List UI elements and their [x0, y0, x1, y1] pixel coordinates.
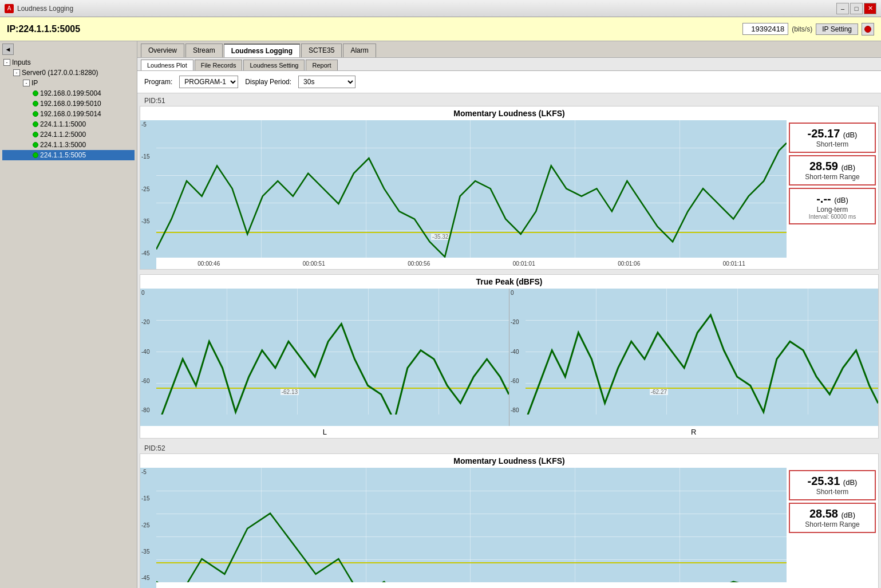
sidebar-item-server[interactable]: - Server0 (127.0.0.1:8280): [2, 68, 135, 78]
pid52-short-term-range-label: Short-term Range: [795, 520, 870, 528]
sub-tab-file-records[interactable]: File Records: [195, 60, 243, 70]
stream-label-2: 192.168.0.199:5010: [40, 100, 101, 108]
stream-label-4: 224.1.1.1:5000: [40, 120, 86, 128]
close-button[interactable]: ✕: [864, 3, 876, 14]
true-peak-right-line: [526, 315, 878, 421]
pid52-metric-short-term: -25.31 (dB) Short-term: [789, 470, 876, 500]
minimize-button[interactable]: –: [836, 3, 849, 14]
charts-container: PID:51 Momentary Loudness (LKFS) -5 -15 …: [137, 93, 881, 588]
pid52-momentary-metrics: -25.31 (dB) Short-term 28.58 (dB) Short-…: [787, 468, 878, 588]
sub-tab-loudness-setting[interactable]: Loudness Setting: [243, 60, 305, 70]
x-label-0046: 00:00:46: [197, 261, 220, 267]
channel-label-L: L: [140, 426, 509, 438]
main-window: IP:224.1.1.5:5005 19392418 (bits/s) IP S…: [0, 17, 881, 588]
sidebar-item-inputs[interactable]: - Inputs: [2, 57, 135, 68]
y-peak-60: -60: [141, 378, 155, 384]
tab-alarm[interactable]: Alarm: [343, 44, 376, 57]
pid51-true-peak-title: True Peak (dBFS): [140, 275, 878, 289]
sidebar-stream-7[interactable]: 224.1.1.5:5005: [2, 150, 135, 160]
pid52-label: PID:52: [140, 443, 879, 453]
x-axis-peak-right: [526, 415, 878, 426]
right-panel: Overview Stream Loudness Logging SCTE35 …: [137, 41, 881, 588]
sidebar-stream-1[interactable]: 192.168.0.199:5004: [2, 88, 135, 98]
y-axis-peak-right: 0 -20 -40 -60 -80: [509, 289, 526, 415]
y-label-5: -45: [141, 250, 155, 256]
pid51-true-peak-right: 0 -20 -40 -60 -80: [509, 289, 878, 426]
y-peak-right-60: -60: [511, 378, 524, 384]
tree-toggle-server[interactable]: -: [13, 69, 20, 76]
maximize-button[interactable]: □: [850, 3, 863, 14]
y-peak-40: -40: [141, 349, 155, 355]
x-axis-peak-left: [156, 415, 509, 426]
record-button[interactable]: [862, 23, 874, 35]
program-label: Program:: [144, 78, 172, 86]
true-peak-left-svg: [156, 289, 509, 426]
pid52-unit-2: (dB): [842, 511, 856, 519]
bitrate-value: 19392418: [742, 23, 788, 35]
metric-short-term-range-label: Short-term Range: [795, 173, 870, 181]
metric-long-term: -.-- (dB) Long-term Interval: 60000 ms: [789, 188, 876, 224]
true-peak-right-svg: [526, 289, 878, 426]
metric-short-term: -25.17 (dB) Short-term: [789, 123, 876, 153]
display-period-label: Display Period:: [245, 78, 291, 86]
tab-scte35[interactable]: SCTE35: [301, 44, 342, 57]
window-title: Loudness Logging: [17, 5, 73, 13]
y-peak-right-20: -20: [511, 319, 524, 325]
pid52-short-term-value: -25.31 (dB): [795, 475, 870, 488]
metric-long-term-value: -.-- (dB): [795, 192, 870, 206]
title-bar-left: A Loudness Logging: [5, 4, 73, 13]
tab-stream[interactable]: Stream: [185, 44, 223, 57]
y-label-4: -35: [141, 218, 155, 224]
program-select[interactable]: PROGRAM-1: [179, 76, 238, 88]
sub-tab-report[interactable]: Report: [306, 60, 337, 70]
tree-toggle-ip[interactable]: -: [23, 80, 30, 86]
tree-toggle-inputs[interactable]: -: [3, 59, 10, 66]
pid51-true-peak-section: True Peak (dBFS) 0 -20 -40 -60 -80: [140, 274, 879, 439]
sidebar-collapse-button[interactable]: ◄: [2, 44, 14, 55]
x-axis-pid52: [156, 582, 787, 588]
sidebar-stream-3[interactable]: 192.168.0.199:5014: [2, 109, 135, 119]
pid51-momentary-loudness-title: Momentary Loudness (LKFS): [140, 106, 878, 120]
y-label-1: -5: [141, 121, 155, 128]
pid51-momentary-loudness-section: Momentary Loudness (LKFS) -5 -15 -25 -35…: [140, 106, 879, 270]
y-pid52-1: -5: [141, 469, 155, 475]
stream-label-7: 224.1.1.5:5005: [40, 151, 86, 159]
y-peak-80: -80: [141, 407, 155, 413]
pid52-momentary-loudness-title: Momentary Loudness (LKFS): [140, 454, 878, 468]
ip-setting-button[interactable]: IP Setting: [816, 23, 858, 35]
stream-label-1: 192.168.0.199:5004: [40, 89, 101, 97]
pid51-true-peak-left: 0 -20 -40 -60 -80: [140, 289, 509, 426]
pid52-short-term-range-value: 28.58 (dB): [795, 507, 870, 520]
main-tab-bar: Overview Stream Loudness Logging SCTE35 …: [137, 41, 881, 58]
metric-unit-2: (dB): [842, 163, 856, 172]
y-label-2: -15: [141, 153, 155, 160]
sub-tab-loudness-plot[interactable]: Loudness Plot: [141, 60, 193, 70]
metric-unit-1: (dB): [843, 131, 858, 139]
display-period-select[interactable]: 30s 60s 5m: [298, 76, 355, 88]
y-pid52-5: -45: [141, 575, 155, 581]
record-icon: [864, 26, 871, 33]
stream-label-3: 192.168.0.199:5014: [40, 110, 101, 118]
pid52-momentary-line: [156, 514, 787, 588]
channel-labels-row: L R: [140, 426, 878, 438]
status-dot-7: [33, 152, 38, 158]
window-controls[interactable]: – □ ✕: [836, 3, 876, 14]
title-bar: A Loudness Logging – □ ✕: [0, 0, 881, 17]
sidebar-item-ip[interactable]: - IP: [2, 78, 135, 88]
sidebar-stream-2[interactable]: 192.168.0.199:5010: [2, 98, 135, 109]
sidebar-stream-5[interactable]: 224.1.1.2:5000: [2, 129, 135, 140]
metric-unit-3: (dB): [834, 196, 848, 204]
metric-short-term-value: -25.17 (dB): [795, 127, 870, 140]
inputs-label: Inputs: [12, 58, 31, 66]
tab-overview[interactable]: Overview: [141, 44, 184, 57]
pid51-label: PID:51: [140, 96, 879, 106]
content-area: ◄ - Inputs - Server0 (127.0.0.1:8280) - …: [0, 41, 881, 588]
x-label-0101: 00:01:01: [513, 261, 535, 267]
sidebar-stream-4[interactable]: 224.1.1.1:5000: [2, 119, 135, 129]
metric-short-term-range: 28.59 (dB) Short-term Range: [789, 155, 876, 186]
status-dot-4: [33, 121, 38, 127]
sidebar-stream-6[interactable]: 224.1.1.3:5000: [2, 140, 135, 150]
pid52-unit-1: (dB): [843, 478, 858, 487]
pid51-momentary-metrics: -25.17 (dB) Short-term 28.59 (dB) Short-…: [787, 120, 878, 269]
tab-loudness-logging[interactable]: Loudness Logging: [224, 44, 300, 57]
